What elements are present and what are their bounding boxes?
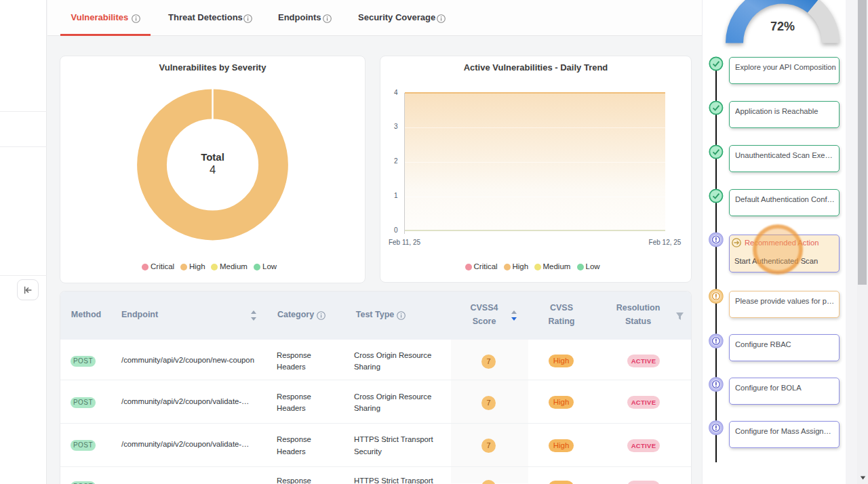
svg-text:Total: Total — [201, 151, 224, 163]
svg-text:72%: 72% — [770, 20, 795, 33]
svg-text:4: 4 — [210, 163, 216, 176]
